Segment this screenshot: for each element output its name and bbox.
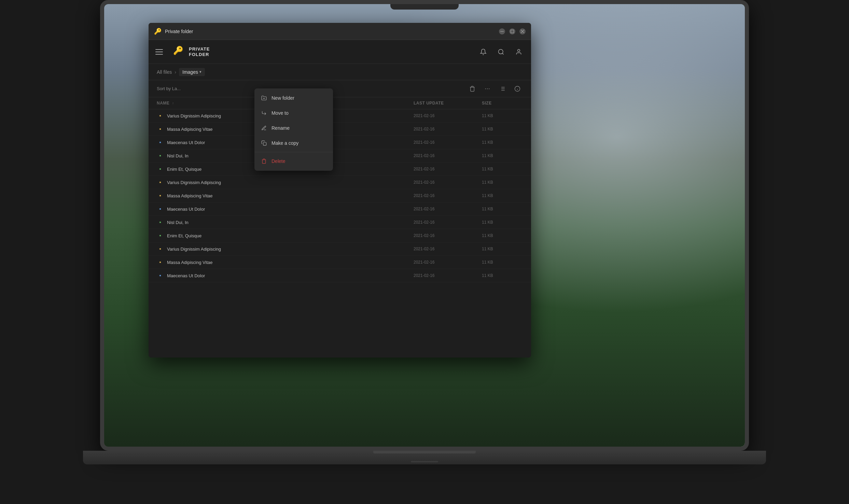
search-button[interactable] <box>496 46 506 57</box>
doc-icon-green: ▪ <box>157 219 164 225</box>
doc-icon: ▪ <box>157 139 164 145</box>
doc-icon: ▪ <box>157 272 164 279</box>
file-row[interactable]: ▪ Maecenas Ut Dolor 2021-02-16 11 KB <box>149 136 531 149</box>
breadcrumb-current[interactable]: Images ▾ <box>179 68 205 76</box>
close-button[interactable] <box>519 28 526 34</box>
folder-icon: ▪ <box>157 179 164 185</box>
doc-icon-green: ▪ <box>157 233 164 239</box>
breadcrumb-separator: › <box>175 69 176 75</box>
file-row[interactable]: ▪ Maecenas Ut Dolor 2021-02-16 11 KB <box>149 269 531 282</box>
file-row[interactable]: ▪ Varius Dignissim Adipiscing 2021-02-16… <box>149 176 531 189</box>
file-row[interactable]: ▪ Enim Et, Quisque 2021-02-16 11 KB <box>149 229 531 242</box>
svg-rect-1 <box>511 30 514 33</box>
file-name-text: Varius Dignissim Adipiscing <box>167 180 221 185</box>
laptop-base <box>83 451 766 464</box>
file-date: 2021-02-16 <box>414 167 482 171</box>
file-row[interactable]: ▪ Maecenas Ut Dolor 2021-02-16 11 KB <box>149 202 531 216</box>
profile-button[interactable] <box>513 46 524 57</box>
breadcrumb-bar: All files › Images ▾ <box>149 64 531 80</box>
move-to-label: Move to <box>272 110 289 116</box>
context-separator <box>254 152 333 152</box>
folder-icon: ▪ <box>157 259 164 265</box>
file-size: 11 KB <box>482 260 523 265</box>
title-bar: 🔑 Private folder <box>149 23 531 40</box>
context-rename[interactable]: Rename <box>254 121 333 136</box>
context-move-to[interactable]: Move to <box>254 106 333 121</box>
file-name-text: Varius Dignissim Adipiscing <box>167 247 221 252</box>
file-date: 2021-02-16 <box>414 153 482 158</box>
doc-icon: ▪ <box>157 206 164 212</box>
file-size: 11 KB <box>482 220 523 225</box>
file-size: 11 KB <box>482 167 523 171</box>
list-view-button[interactable] <box>497 83 508 94</box>
context-delete[interactable]: Delete <box>254 154 333 169</box>
delete-toolbar-button[interactable] <box>467 83 478 94</box>
breadcrumb-allfiles[interactable]: All files <box>157 69 172 75</box>
file-row[interactable]: ▪ Nisl Dui, In 2021-02-16 11 KB <box>149 149 531 163</box>
minimize-button[interactable] <box>499 28 505 34</box>
file-row[interactable]: ▪ Varius Dignissim Adipiscing 2021-02-16… <box>149 242 531 256</box>
file-name: ▪ Nisl Dui, In <box>157 219 414 225</box>
file-row[interactable]: ▪ Varius Dignissim Adipiscing 2021-02-16… <box>149 109 531 123</box>
column-last-update: Last Update <box>414 101 482 106</box>
file-date: 2021-02-16 <box>414 247 482 251</box>
file-name-text: Varius Dignissim Adipiscing <box>167 113 221 118</box>
file-name-text: Nisl Dui, In <box>167 220 189 225</box>
file-row[interactable]: ▪ Nisl Dui, In 2021-02-16 11 KB <box>149 216 531 229</box>
folder-icon: ▪ <box>157 126 164 132</box>
file-list: Name ↑ Last Update Size ▪ Varius Digniss… <box>149 97 531 358</box>
file-row[interactable]: ▪ Massa Adipiscing Vitae 2021-02-16 11 K… <box>149 123 531 136</box>
file-date: 2021-02-16 <box>414 220 482 225</box>
maximize-button[interactable] <box>509 28 515 34</box>
laptop-screen: 🔑 Private folder <box>104 4 745 447</box>
hamburger-line-2 <box>155 52 163 52</box>
file-name-text: Massa Adipiscing Vitae <box>167 127 212 132</box>
file-size: 11 KB <box>482 180 523 185</box>
file-row[interactable]: ▪ Massa Adipiscing Vitae 2021-02-16 11 K… <box>149 256 531 269</box>
rename-label: Rename <box>272 125 290 131</box>
file-size: 11 KB <box>482 207 523 211</box>
svg-point-9 <box>489 88 489 89</box>
brand-icon: 🔑 <box>173 46 185 58</box>
info-button[interactable] <box>512 83 523 94</box>
delete-label: Delete <box>272 158 285 164</box>
file-rows-container: ▪ Varius Dignissim Adipiscing 2021-02-16… <box>149 109 531 282</box>
brand-name-line2: FOLDER <box>189 52 210 57</box>
context-new-folder[interactable]: New folder <box>254 90 333 106</box>
brand-text: PRIVATE FOLDER <box>189 46 210 57</box>
file-date: 2021-02-16 <box>414 273 482 278</box>
file-size: 11 KB <box>482 273 523 278</box>
hamburger-line-3 <box>155 54 163 55</box>
sort-label[interactable]: Sort by La... <box>157 86 181 91</box>
file-date: 2021-02-16 <box>414 180 482 185</box>
svg-point-8 <box>487 88 488 89</box>
svg-point-4 <box>499 49 503 54</box>
file-name-text: Maecenas Ut Dolor <box>167 140 205 145</box>
file-row[interactable]: ▪ Enim Et, Quisque 2021-02-16 11 KB <box>149 163 531 176</box>
file-size: 11 KB <box>482 113 523 118</box>
new-folder-label: New folder <box>272 95 294 101</box>
file-name-text: Maecenas Ut Dolor <box>167 273 205 278</box>
svg-point-7 <box>485 88 486 89</box>
brand-name-line1: PRIVATE <box>189 46 210 52</box>
new-folder-icon <box>261 95 267 101</box>
laptop-trackpad-notch <box>411 461 438 462</box>
file-name: ▪ Massa Adipiscing Vitae <box>157 259 414 265</box>
file-name-text: Massa Adipiscing Vitae <box>167 193 212 198</box>
file-name: ▪ Massa Adipiscing Vitae <box>157 193 414 199</box>
file-name-text: Nisl Dui, In <box>167 153 189 158</box>
file-name-text: Massa Adipiscing Vitae <box>167 260 212 265</box>
laptop-hinge <box>373 451 476 453</box>
file-row[interactable]: ▪ Massa Adipiscing Vitae 2021-02-16 11 K… <box>149 189 531 202</box>
more-toolbar-button[interactable] <box>482 83 493 94</box>
file-date: 2021-02-16 <box>414 113 482 118</box>
file-date: 2021-02-16 <box>414 260 482 265</box>
sort-indicator: ↑ <box>172 101 174 105</box>
hamburger-button[interactable] <box>155 46 168 58</box>
breadcrumb-current-label: Images <box>182 69 198 75</box>
bell-button[interactable] <box>478 46 489 57</box>
context-make-copy[interactable]: Make a copy <box>254 136 333 151</box>
trash-icon <box>261 158 267 165</box>
svg-point-6 <box>518 49 520 52</box>
file-date: 2021-02-16 <box>414 140 482 145</box>
